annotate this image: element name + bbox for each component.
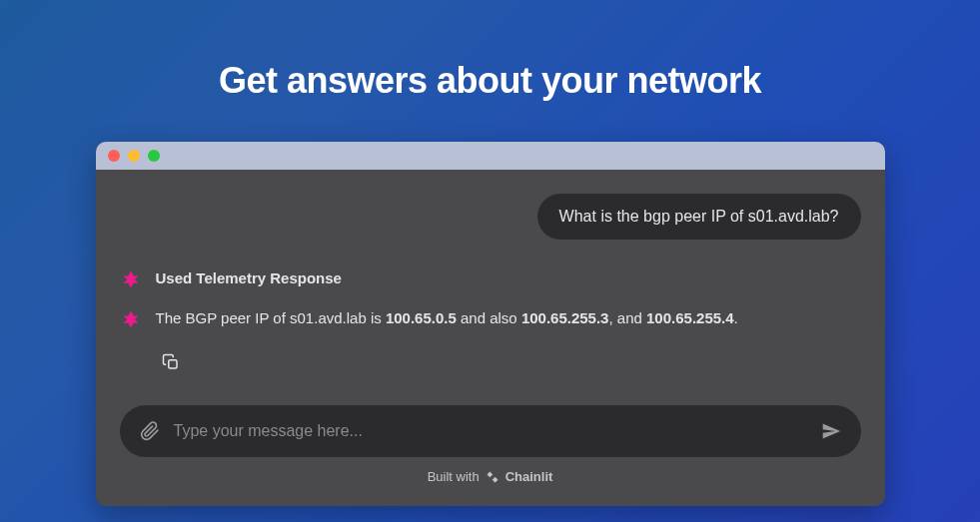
copy-icon [162, 353, 180, 371]
attach-button[interactable] [140, 421, 160, 441]
app-window: What is the bgp peer IP of s01.avd.lab? … [96, 142, 885, 506]
message-input-bar[interactable]: Type your message here... [120, 405, 861, 457]
user-message-row: What is the bgp peer IP of s01.avd.lab? [120, 194, 861, 240]
chainlit-logo-icon [486, 470, 499, 484]
footer-text: Built with [428, 469, 480, 484]
svg-rect-1 [487, 471, 492, 477]
svg-rect-0 [168, 360, 176, 368]
tool-used-label: Used Telemetry Response [156, 267, 342, 290]
assistant-response-text: The BGP peer IP of s01.avd.lab is 100.65… [156, 307, 738, 330]
maximize-icon[interactable] [148, 150, 160, 162]
page-title: Get answers about your network [219, 60, 761, 102]
footer: Built with Chainlit [120, 457, 861, 494]
assistant-logo-icon [120, 269, 142, 291]
copy-button[interactable] [156, 347, 186, 377]
close-icon[interactable] [108, 150, 120, 162]
user-message-bubble: What is the bgp peer IP of s01.avd.lab? [537, 194, 861, 240]
send-button[interactable] [821, 421, 841, 441]
window-titlebar [96, 142, 885, 170]
send-icon [821, 421, 841, 441]
paperclip-icon [140, 421, 160, 441]
message-input[interactable]: Type your message here... [174, 422, 807, 440]
assistant-message-row: The BGP peer IP of s01.avd.lab is 100.65… [120, 307, 861, 331]
svg-rect-2 [491, 476, 497, 482]
chainlit-brand: Chainlit [505, 469, 553, 484]
tool-used-row: Used Telemetry Response [120, 267, 861, 291]
message-actions [156, 347, 861, 377]
chat-body: What is the bgp peer IP of s01.avd.lab? … [96, 170, 885, 506]
assistant-logo-icon [120, 309, 142, 331]
minimize-icon[interactable] [128, 150, 140, 162]
